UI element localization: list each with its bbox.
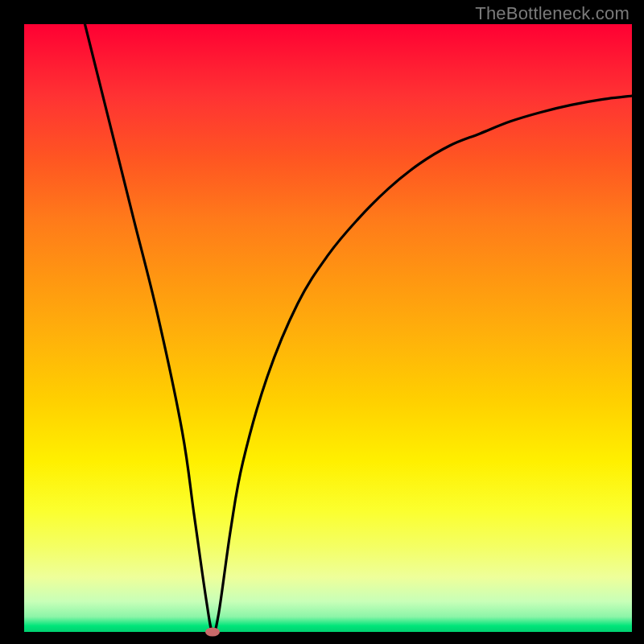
bottleneck-curve xyxy=(85,24,633,632)
curve-svg xyxy=(24,24,632,632)
watermark-text: TheBottleneck.com xyxy=(475,3,630,24)
optimum-marker xyxy=(205,628,220,637)
plot-area xyxy=(24,24,632,632)
chart-frame: TheBottleneck.com xyxy=(0,0,644,644)
